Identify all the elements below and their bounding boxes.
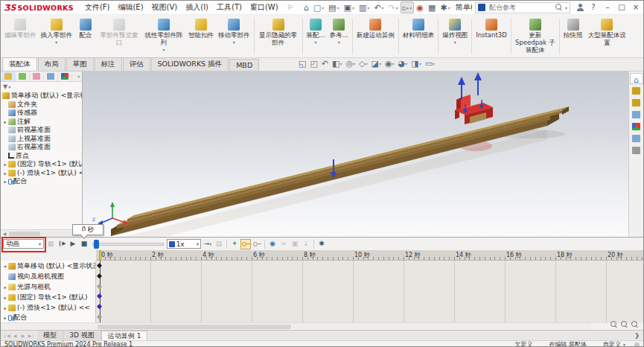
linear-component-pattern-button[interactable]: 线性零部件阵列▾ [141, 16, 186, 57]
instant3d-button[interactable]: Instant3D [474, 16, 509, 57]
graphics-viewport[interactable]: X Z [83, 71, 628, 237]
tab-nav-icon-0[interactable]: ❘◀ [3, 333, 10, 338]
hide-show-items-button[interactable]: ◉▾ [383, 60, 396, 68]
tree-item-5[interactable]: ▸配合 [1, 313, 95, 323]
login-icon[interactable] [576, 4, 584, 11]
tab-nav-icon-2[interactable]: ▶ [20, 333, 27, 338]
previous-view-button[interactable]: ↶ [320, 60, 330, 68]
restore-button[interactable]: □ [617, 4, 626, 11]
zoom-fit-icon[interactable] [610, 321, 618, 328]
tree-item-7[interactable]: 原点 [1, 152, 82, 161]
tree-item-5[interactable]: 上视基准面 [1, 135, 82, 144]
configuration-manager-tab[interactable] [30, 71, 44, 81]
tree-item-3[interactable]: ▸注解 [1, 118, 82, 127]
displaymanager-tab[interactable] [58, 71, 72, 81]
tree-item-8[interactable]: ▸(固定) 导轨<1> (默认) <<默认>_ [1, 160, 82, 169]
zoom-to-area-button[interactable]: ◰ [308, 60, 319, 68]
expander-icon[interactable]: ▸ [2, 171, 8, 176]
expander-icon[interactable]: ▸ [2, 305, 8, 311]
move-component-button[interactable]: 移动零部件▾ [216, 16, 252, 57]
play-button[interactable]: ▶ [68, 239, 78, 249]
tree-item-2[interactable]: ▸光源与相机 [1, 282, 95, 293]
timeline-hscrollbar[interactable] [1, 322, 591, 330]
dynamic-annotation-views-button[interactable]: ◎▾ [344, 60, 357, 68]
assembly-features-button[interactable]: 装配...▾ [305, 16, 328, 57]
scroll-thumb[interactable] [98, 325, 291, 329]
keyframe-diamond[interactable]: ◆ [97, 313, 102, 320]
zoom-out-icon[interactable] [631, 321, 639, 328]
search-scope-icon[interactable] [478, 4, 485, 11]
tab-solidworks-插件[interactable]: SOLIDWORKS 插件 [151, 57, 229, 71]
expander-icon[interactable]: ▸ [2, 284, 8, 290]
search-input[interactable] [488, 3, 553, 12]
tab-布局[interactable]: 布局 [38, 57, 66, 71]
pin-icon[interactable]: ⚐ [287, 4, 293, 11]
search-box[interactable]: ▾ [475, 2, 570, 13]
play-from-start-button[interactable]: ❙▶ [57, 239, 67, 249]
scroll-left-icon[interactable]: ◀ [1, 231, 8, 236]
options-button[interactable]: ✱▾ [438, 1, 452, 13]
tab-nav-icon-3[interactable]: ▶❘ [28, 333, 36, 338]
dimxpertmanager-tab[interactable] [44, 71, 58, 81]
search-icon[interactable] [555, 4, 563, 11]
tree-item-3[interactable]: ▸(固定) 导轨<1> (默认) [1, 292, 95, 302]
auto-key-button[interactable] [240, 239, 251, 249]
timeline-canvas[interactable]: ◆◆◆◆◆◆ [96, 261, 643, 323]
appearances-scenes-button[interactable] [630, 121, 643, 132]
rail-part[interactable] [111, 106, 569, 236]
keyframe-diamond[interactable]: ◆ [97, 303, 102, 310]
scrubber-thumb[interactable] [94, 240, 99, 249]
smart-fasteners-button[interactable]: 智能扣件 [186, 16, 216, 57]
scrubber-track[interactable] [92, 243, 164, 246]
menu-item-3[interactable]: 插入(I) [182, 1, 212, 13]
tab-草图[interactable]: 草图 [66, 57, 94, 71]
edit-appearance-button[interactable]: ◕▾ [397, 60, 409, 68]
take-snapshot-button[interactable]: 拍快照 [561, 16, 585, 57]
chevron-right-icon[interactable]: ❯ [634, 332, 643, 339]
select-cursor-button[interactable]: ▻▾ [401, 1, 414, 13]
tree-item-6[interactable]: 右视基准面 [1, 143, 82, 152]
file-explorer-button[interactable] [630, 97, 643, 108]
tree-item-1[interactable]: 视向及相机视图 [1, 272, 95, 282]
tab-nav-icon-1[interactable]: ◀ [12, 333, 19, 338]
timeline-ruler[interactable]: 0 秒2 秒4 秒6 秒8 秒10 秒12 秒14 秒16 秒18 秒20 秒 [96, 250, 643, 261]
propertymanager-tab[interactable] [16, 71, 30, 81]
redo-button[interactable]: ↷▾ [386, 1, 401, 13]
motor-button[interactable]: ◉ [267, 239, 278, 249]
view-palette-button[interactable] [630, 109, 643, 120]
reference-geometry-button[interactable]: 参考...▾ [328, 16, 351, 57]
section-view-button[interactable]: ◧▾ [331, 60, 343, 68]
new-document-button[interactable]: ▢▾ [311, 1, 326, 13]
zoom-in-icon[interactable] [621, 321, 628, 328]
animation-wizard-button[interactable]: ✦ [229, 239, 240, 249]
tab-标注[interactable]: 标注 [95, 57, 122, 71]
undo-button[interactable]: ↶▾ [372, 1, 386, 13]
expander-icon[interactable]: ▸ [2, 179, 8, 184]
doc-tab-1[interactable]: 3D 视图 [63, 331, 101, 340]
keyframe-diamond[interactable]: ◆ [97, 273, 102, 279]
tab-mbd[interactable]: MBD [229, 59, 259, 71]
save-button[interactable]: ▣▾ [342, 1, 357, 13]
search-dropdown-icon[interactable]: ▾ [565, 5, 567, 10]
menu-item-4[interactable]: 工具(T) [213, 1, 246, 13]
more-tabs-icon[interactable]: » [77, 74, 82, 80]
custom-status-menu[interactable]: 自定义▾ [603, 340, 625, 347]
large-assembly-settings-button[interactable]: 大型装配体设置 [584, 16, 629, 57]
study-type-select[interactable]: 动画 ▾ [3, 239, 44, 249]
slider-part[interactable] [455, 95, 493, 124]
design-library-button[interactable] [630, 85, 643, 96]
zoom-to-fit-button[interactable]: ◱ [297, 60, 307, 68]
menu-item-5[interactable]: 窗口(W) [246, 1, 282, 13]
menu-item-2[interactable]: 视图(V) [148, 1, 182, 13]
expander-icon[interactable]: ▸ [2, 119, 8, 124]
tree-item-10[interactable]: ▸配合 [1, 177, 82, 186]
new-motion-study-button[interactable]: 新建运动算例 [354, 16, 397, 57]
tree-item-0[interactable]: ▾简单移动 (默认) <显示状态 [1, 261, 95, 272]
keyframe-diamond[interactable]: ◆ [97, 293, 102, 299]
playback-mode-button[interactable]: →▾ [203, 239, 213, 249]
filter-icon[interactable]: ▼ [3, 83, 7, 90]
tree-item-1[interactable]: 文件夹 [1, 101, 82, 109]
playback-speed-select[interactable]: 1x ▾ [167, 239, 201, 249]
tree-item-4[interactable]: 前视基准面 [1, 126, 82, 135]
filter-dropdown-icon[interactable]: ▾ [8, 84, 10, 89]
